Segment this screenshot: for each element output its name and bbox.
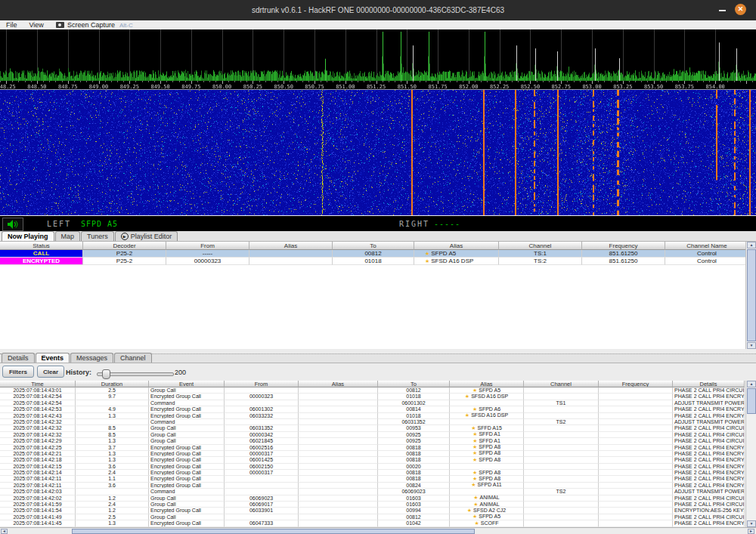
column-header-channel[interactable]: Channel [524, 381, 599, 387]
event-row[interactable]: 2025:07:08:14:42:142.4Encrypted Group Ca… [0, 470, 756, 476]
cell-text: Command [150, 400, 175, 406]
tab-messages[interactable]: Messages [70, 353, 113, 363]
event-row[interactable]: 2025:07:08:14:42:534.9Encrypted Group Ca… [0, 406, 756, 412]
horizontal-scrollbar[interactable]: ◄ ► [0, 527, 756, 534]
column-header-decoder[interactable]: Decoder [83, 242, 166, 250]
event-row[interactable]: 2025:07:08:14:42:113.6Encrypted Group Ca… [0, 483, 756, 489]
event-row[interactable]: 2025:07:08:14:42:181.3Encrypted Group Ca… [0, 457, 756, 463]
scroll-down-icon[interactable]: ▼ [747, 520, 756, 527]
cell-text: 4.9 [108, 406, 116, 412]
now-playing-scrollbar[interactable]: ▲ ▼ [745, 242, 756, 349]
tab-events[interactable]: Events [36, 353, 70, 363]
history-slider-thumb[interactable] [102, 369, 110, 379]
column-header-from[interactable]: From [166, 242, 249, 250]
cell-event: Encrypted Group Call [149, 520, 225, 526]
tab-now-playing[interactable]: Now Playing [2, 231, 54, 241]
cell-channel: TS:2 [534, 258, 547, 264]
column-header-time[interactable]: Time [0, 381, 76, 387]
event-row[interactable]: 2025:07:08:14:41:592.4Group Call06069017… [0, 502, 756, 508]
event-row[interactable]: 2025:07:08:14:42:253.7Encrypted Group Ca… [0, 445, 756, 451]
cell-text: 06002516 [249, 445, 273, 450]
event-row[interactable]: 2025:07:08:14:42:328.5Group Call06031352… [0, 425, 756, 431]
column-header-duration[interactable]: Duration [76, 381, 149, 387]
cell-frequency [599, 419, 673, 425]
favorite-star-icon: ★ [472, 476, 477, 482]
events-scrollbar[interactable]: ▲ ▼ [745, 381, 756, 527]
history-slider[interactable] [97, 372, 174, 376]
waterfall-display[interactable] [0, 89, 756, 215]
cell-duration: 1.3 [76, 457, 149, 463]
cell-from: 06001302 [225, 406, 299, 412]
column-header-to[interactable]: To [378, 381, 450, 387]
cell-text: PHASE 2 CALL PRI4 CIRCUIT [674, 432, 745, 437]
tab-playlist-editor[interactable]: ▶Playlist Editor [115, 231, 178, 241]
event-row[interactable]: 2025:07:08:14:42:153.6Encrypted Group Ca… [0, 464, 756, 470]
cell-frequency [599, 438, 673, 444]
column-header-from[interactable]: From [225, 381, 299, 387]
now-playing-row[interactable]: ENCRYPTEDP25-20000032301018★SFSD A16 DSP… [0, 258, 756, 265]
event-row[interactable]: 2025:07:08:14:41:451.3Encrypted Group Ca… [0, 520, 756, 526]
menu-view[interactable]: View [29, 21, 44, 29]
column-header-frequency[interactable]: Frequency [599, 381, 673, 387]
event-row[interactable]: 2025:07:08:14:43:012.5Group Call00812★SF… [0, 387, 756, 394]
scrollbar-thumb[interactable] [747, 249, 756, 341]
speaker-mute-button[interactable] [2, 218, 23, 231]
menu-file[interactable]: File [6, 21, 17, 29]
event-row[interactable]: 2025:07:08:14:42:111.1Encrypted Group Ca… [0, 476, 756, 482]
column-header-alias[interactable]: Alias [299, 381, 378, 387]
scroll-down-icon[interactable]: ▼ [747, 342, 756, 349]
scrollbar-thumb[interactable] [747, 388, 756, 414]
cell-from [225, 514, 299, 520]
column-header-details[interactable]: Details [673, 381, 745, 387]
column-header-status[interactable]: Status [0, 242, 83, 250]
tab-map[interactable]: Map [55, 231, 81, 241]
event-row[interactable]: 2025:07:08:14:42:431.3Encrypted Group Ca… [0, 413, 756, 419]
tab-details[interactable]: Details [2, 353, 35, 363]
menu-screen-capture[interactable]: Screen Capture Alt-C [56, 21, 133, 29]
spectrum-display[interactable] [0, 29, 756, 89]
event-row[interactable]: 2025:07:08:14:42:549.7Encrypted Group Ca… [0, 394, 756, 400]
filters-button[interactable]: Filters [2, 366, 34, 378]
column-header-channel-name[interactable]: Channel Name [665, 242, 749, 250]
scrollbar-thumb[interactable] [72, 529, 475, 534]
cell-text: 2025:07:08:14:42:18 [13, 457, 61, 462]
scroll-left-icon[interactable]: ◄ [1, 529, 8, 534]
cell-to: 00020 [378, 464, 450, 470]
column-header-alias[interactable]: Alias [249, 242, 333, 250]
cell-text: PHASE 2 CALL PRI4 ENCRYP... [674, 451, 745, 456]
table-header-row: TimeDurationEventFromAliasToAliasChannel… [0, 381, 756, 387]
clear-button[interactable]: Clear [37, 366, 64, 378]
column-header-to[interactable]: To [333, 242, 414, 250]
cell-alias: ★SFSD A16 DSP [450, 413, 524, 419]
tab-tuners[interactable]: Tuners [81, 231, 114, 241]
column-header-event[interactable]: Event [149, 381, 225, 387]
close-icon[interactable]: ✕ [735, 4, 746, 15]
cell-alias [450, 489, 524, 495]
scroll-right-icon[interactable]: ► [748, 529, 754, 534]
scroll-up-icon[interactable]: ▲ [747, 381, 756, 387]
event-row[interactable]: 2025:07:08:14:42:328.5Group Call00000342… [0, 432, 756, 438]
cell-alias: ★SFPD A5 [450, 514, 524, 520]
cell-text: Encrypted Group Call [150, 445, 201, 450]
scroll-up-icon[interactable]: ▲ [747, 242, 756, 248]
event-row[interactable]: 2025:07:08:14:42:211.3Encrypted Group Ca… [0, 451, 756, 457]
table-cell: Control [665, 258, 749, 265]
cell-alias [299, 387, 378, 394]
cell-alias [299, 489, 378, 495]
event-row[interactable]: 2025:07:08:14:42:021.2Group Call06069023… [0, 495, 756, 502]
event-row[interactable]: 2025:07:08:14:42:32Command06031352TS2ADJ… [0, 419, 756, 425]
event-row[interactable]: 2025:07:08:14:42:03Command06069023TS2ADJ… [0, 489, 756, 495]
event-row[interactable]: 2025:07:08:14:42:54Command06001302TS1ADJ… [0, 400, 756, 406]
column-header-alias[interactable]: Alias [450, 381, 524, 387]
event-row[interactable]: 2025:07:08:14:41:541.2Encrypted Group Ca… [0, 508, 756, 514]
now-playing-row[interactable]: CALLP25-2-----00812★SFPD A5TS:1851.61250… [0, 250, 756, 258]
column-header-channel[interactable]: Channel [499, 242, 582, 250]
minimize-icon[interactable] [719, 10, 726, 11]
column-header-alias[interactable]: Alias [414, 242, 499, 250]
event-row[interactable]: 2025:07:08:14:41:492.5Group Call00812★SF… [0, 514, 756, 520]
tab-channel[interactable]: Channel [114, 353, 152, 363]
cell-from [225, 483, 299, 489]
column-header-frequency[interactable]: Frequency [582, 242, 665, 250]
cell-alias: ★SCOFF [450, 520, 524, 526]
event-row[interactable]: 2025:07:08:14:42:291.3Group Call06021845… [0, 438, 756, 444]
